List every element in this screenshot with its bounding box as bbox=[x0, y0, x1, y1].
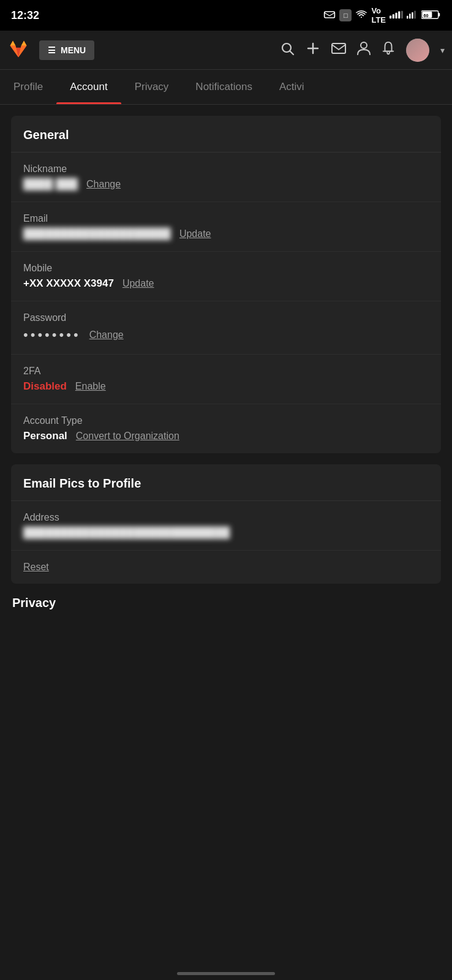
svg-rect-11 bbox=[439, 13, 440, 16]
avatar bbox=[406, 39, 429, 62]
mobile-label: Mobile bbox=[23, 263, 429, 274]
svg-text:60: 60 bbox=[424, 13, 429, 18]
nickname-field: Nickname ████ ███ Change bbox=[11, 153, 441, 202]
tabs-bar: Profile Account Privacy Notifications Ac… bbox=[0, 70, 452, 105]
app-notif-icon: □ bbox=[339, 9, 352, 21]
account-type-field: Account Type Personal Convert to Organiz… bbox=[11, 404, 441, 453]
add-icon[interactable] bbox=[306, 41, 320, 59]
svg-rect-0 bbox=[325, 12, 335, 18]
email-address-value: ████████████████████████████ bbox=[23, 527, 230, 539]
svg-rect-18 bbox=[332, 43, 345, 53]
svg-point-19 bbox=[361, 42, 367, 48]
nickname-label: Nickname bbox=[23, 164, 429, 175]
svg-rect-3 bbox=[395, 12, 397, 18]
battery-icon: 60 bbox=[421, 10, 441, 21]
email-update-button[interactable]: Update bbox=[179, 228, 211, 239]
topbar-icons: ▾ bbox=[280, 39, 445, 62]
password-field: Password •••••••• Change bbox=[11, 301, 441, 355]
password-change-button[interactable]: Change bbox=[89, 330, 124, 341]
password-label: Password bbox=[23, 312, 429, 323]
chevron-down-icon[interactable]: ▾ bbox=[440, 45, 445, 55]
search-icon[interactable] bbox=[280, 41, 295, 59]
avatar-button[interactable] bbox=[406, 39, 429, 62]
email-address-field: Address ████████████████████████████ bbox=[11, 501, 441, 551]
svg-line-15 bbox=[290, 51, 294, 55]
svg-rect-4 bbox=[398, 11, 400, 18]
svg-rect-2 bbox=[393, 14, 394, 18]
twofa-field: 2FA Disabled Enable bbox=[11, 355, 441, 404]
status-time: 12:32 bbox=[11, 9, 39, 22]
wifi-icon bbox=[355, 10, 367, 21]
svg-rect-7 bbox=[409, 13, 410, 18]
main-content: General Nickname ████ ███ Change Email █… bbox=[0, 116, 452, 659]
email-label: Email bbox=[23, 213, 429, 224]
tab-notifications[interactable]: Notifications bbox=[182, 70, 266, 104]
svg-rect-9 bbox=[414, 10, 415, 18]
svg-rect-1 bbox=[390, 15, 391, 18]
password-value: •••••••• bbox=[23, 327, 81, 343]
account-type-value: Personal bbox=[23, 430, 67, 442]
email-pics-section: Email Pics to Profile Address ██████████… bbox=[11, 464, 441, 584]
gitlab-logo bbox=[7, 38, 29, 62]
status-bar: 12:32 □ VoLTE bbox=[0, 0, 452, 31]
menu-button[interactable]: ☰ MENU bbox=[39, 40, 94, 60]
twofa-status: Disabled bbox=[23, 380, 67, 393]
reset-button[interactable]: Reset bbox=[23, 562, 49, 573]
account-type-label: Account Type bbox=[23, 415, 429, 426]
tab-profile[interactable]: Profile bbox=[0, 70, 56, 104]
signal-icon-2 bbox=[407, 10, 418, 21]
mobile-update-button[interactable]: Update bbox=[122, 278, 154, 289]
twofa-enable-button[interactable]: Enable bbox=[75, 381, 106, 392]
menu-label: MENU bbox=[61, 45, 86, 55]
tab-privacy[interactable]: Privacy bbox=[121, 70, 183, 104]
bell-icon[interactable] bbox=[382, 41, 395, 59]
email-field: Email ████████████████████ Update bbox=[11, 202, 441, 252]
topbar: ☰ MENU bbox=[0, 31, 452, 70]
status-icons: □ VoLTE bbox=[323, 6, 441, 24]
svg-rect-6 bbox=[407, 15, 408, 18]
nickname-value: ████ ███ bbox=[23, 178, 78, 190]
cell-signal-icon bbox=[390, 10, 403, 21]
signal-icon: VoLTE bbox=[371, 6, 386, 24]
mobile-field: Mobile +XX XXXXX X3947 Update bbox=[11, 252, 441, 301]
menu-icon: ☰ bbox=[48, 45, 56, 55]
email-address-label: Address bbox=[23, 512, 429, 523]
home-indicator bbox=[177, 972, 275, 975]
notification-status-icon bbox=[323, 10, 336, 21]
tab-activity[interactable]: Activi bbox=[266, 70, 318, 104]
email-value: ████████████████████ bbox=[23, 228, 171, 240]
nickname-change-button[interactable]: Change bbox=[86, 179, 121, 190]
mail-icon[interactable] bbox=[331, 42, 346, 58]
mobile-value: +XX XXXXX X3947 bbox=[23, 277, 114, 290]
convert-to-org-button[interactable]: Convert to Organization bbox=[76, 431, 179, 442]
svg-rect-5 bbox=[401, 10, 403, 18]
svg-rect-8 bbox=[412, 12, 413, 18]
email-pics-title: Email Pics to Profile bbox=[11, 464, 441, 501]
twofa-label: 2FA bbox=[23, 366, 429, 377]
privacy-section-label: Privacy bbox=[0, 584, 452, 622]
general-section-title: General bbox=[11, 116, 441, 153]
general-section: General Nickname ████ ███ Change Email █… bbox=[11, 116, 441, 453]
user-icon[interactable] bbox=[357, 41, 371, 59]
tab-account[interactable]: Account bbox=[56, 70, 121, 104]
reset-field: Reset bbox=[11, 551, 441, 584]
